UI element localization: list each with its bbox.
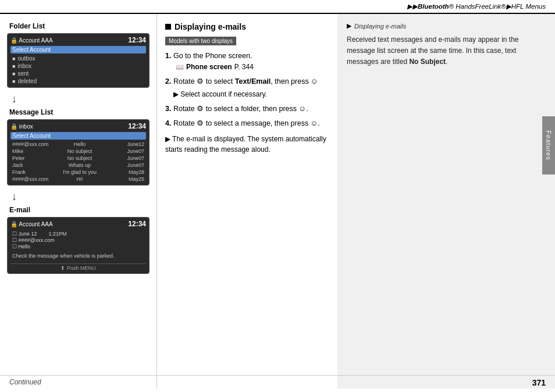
email-line4: ☐ Hello [12, 244, 144, 250]
email-body: Check the message when vehicle is parked… [10, 251, 146, 262]
note-header: ▶ Displaying e-mails [347, 22, 546, 30]
email-footer: ⬆ Push MENU [10, 263, 146, 271]
folder-row-deleted: ■deleted [10, 77, 146, 85]
folder-row-sent: ■sent [10, 70, 146, 77]
no-subject-bold: No Subject [409, 58, 446, 66]
push-menu-icon: ⬆ [61, 265, 65, 271]
result-text: ▶ The e-mail is displayed. The system au… [165, 134, 329, 155]
text-email-bold: Text/Email [235, 77, 271, 85]
arrow-down-icon-1: ↓ [12, 93, 17, 105]
main-content: Folder List 🔒 Account AAA 12:34 Select A… [0, 14, 555, 389]
email-screen-time: 12:34 [128, 220, 146, 228]
email-detail: ☐ June 12 1:21PM ☐ ####@xxx.com ☐ Hello [10, 230, 146, 251]
note-body: Received text messages and e-mails may a… [347, 34, 546, 68]
step-1: 1. Go to the Phone screen. 📖 Phone scree… [165, 51, 329, 72]
email-screen: 🔒 Account AAA 12:34 ☐ June 12 1:21PM ☐ #… [7, 217, 150, 274]
message-list-label: Message List [9, 108, 150, 116]
page-number: 371 [532, 378, 546, 387]
msg-row-1: ####@xxx.com Hello June12 [10, 141, 146, 148]
folder-row-inbox: ■inbox [10, 62, 146, 70]
models-badge: Models with two displays [165, 37, 236, 45]
message-screen: 🔒 inbox 12:34 Select Account ####@xxx.co… [7, 119, 150, 186]
email-lock-icon: 🔒 Account AAA [10, 221, 53, 227]
right-panel: ▶ Displaying e-mails Received text messa… [337, 14, 555, 389]
section-square-icon [165, 24, 171, 30]
note-icon: ▶ [347, 22, 351, 30]
note-header-text: Displaying e-mails [354, 23, 406, 30]
step-1-text: Go to the Phone screen. [173, 52, 252, 60]
email-label: E-mail [9, 206, 150, 214]
folder-screen-time: 12:34 [128, 36, 146, 44]
msg-row-4: Jack Whats up June07 [10, 162, 146, 169]
arrow-2: ↓ [7, 188, 150, 206]
arrow-1: ↓ [7, 90, 150, 108]
folder-lock-icon: 🔒 Account AAA [10, 37, 53, 44]
step-list: 1. Go to the Phone screen. 📖 Phone scree… [165, 51, 329, 129]
phone-screen-link: Phone screen [186, 62, 232, 72]
step-3: 3. Rotate ⚙ to select a folder, then pre… [165, 104, 329, 115]
section-title: Displaying e-mails [165, 22, 329, 31]
arrow-down-icon-2: ↓ [12, 191, 17, 203]
section-title-text: Displaying e-mails [175, 22, 246, 31]
email-screen-header: 🔒 Account AAA 12:34 [10, 220, 146, 228]
step-2-sub: ▶ Select account if necessary. [173, 89, 329, 99]
folder-screen: 🔒 Account AAA 12:34 Select Account ■outb… [7, 33, 150, 88]
msg-lock-icon: 🔒 inbox [10, 123, 33, 130]
book-icon: 📖 [176, 62, 184, 72]
continued-text: Continued [9, 378, 41, 387]
step-1-ref: 📖 Phone screen P. 344 [176, 62, 329, 72]
middle-panel: Displaying e-mails Models with two displ… [157, 14, 337, 389]
step-3-num: 3. [165, 105, 173, 113]
step-2-num: 2. [165, 77, 173, 85]
folder-screen-header: 🔒 Account AAA 12:34 [10, 36, 146, 44]
folder-selected-row: Select Account [10, 46, 146, 54]
email-line1: ☐ June 12 1:21PM [12, 231, 144, 237]
triangle-icon-1: ▶ [173, 90, 179, 98]
msg-row-3: Peter No subject June07 [10, 155, 146, 162]
msg-row-6: ####@xxx.com Hi! May25 [10, 176, 146, 183]
msg-row-2: Mike No subject June07 [10, 148, 146, 155]
page-footer: Continued 371 [0, 375, 555, 387]
step-1-num: 1. [165, 52, 173, 60]
header-text: ▶▶Bluetooth® HandsFreeLink®▶HFL Menus [407, 3, 546, 10]
msg-screen-header: 🔒 inbox 12:34 [10, 122, 146, 130]
page-header: ▶▶Bluetooth® HandsFreeLink®▶HFL Menus [0, 0, 555, 14]
features-sidebar: Features [542, 116, 555, 174]
folder-row-outbox: ■outbox [10, 55, 146, 62]
step-4: 4. Rotate ⚙ to select a message, then pr… [165, 118, 329, 129]
page-ref: P. 344 [234, 62, 254, 72]
triangle-icon-2: ▶ [165, 135, 170, 143]
msg-selected-row: Select Account [10, 132, 146, 140]
left-panel: Folder List 🔒 Account AAA 12:34 Select A… [0, 14, 157, 389]
msg-screen-time: 12:34 [128, 122, 146, 130]
step-2: 2. Rotate ⚙ to select Text/Email, then p… [165, 76, 329, 99]
email-line3: ☐ ####@xxx.com [12, 237, 144, 243]
folder-list-label: Folder List [9, 22, 150, 30]
msg-row-5: Frank I'm glad to you May28 [10, 169, 146, 176]
step-4-num: 4. [165, 119, 173, 127]
features-label: Features [545, 130, 552, 160]
